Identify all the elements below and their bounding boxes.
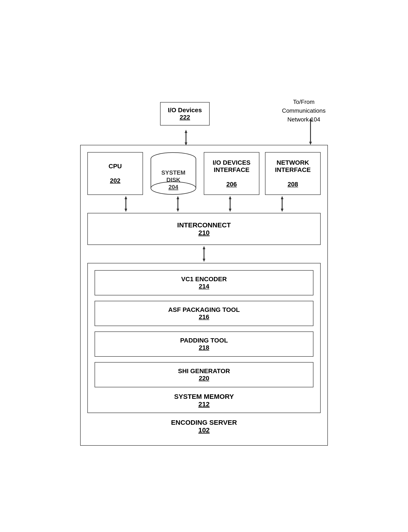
- network-arrow-svg: [308, 118, 313, 145]
- diagram-container: I/O Devices 222 To/FromCommunicationsNet…: [69, 95, 339, 446]
- components-row: CPU 202 SYSTEM DISK 20: [87, 152, 321, 195]
- system-memory-text: SYSTEM MEMORY: [174, 393, 234, 400]
- system-memory-number: 212: [198, 401, 210, 408]
- vc1-encoder-box: VC1 ENCODER 214: [94, 270, 314, 295]
- asf-packaging-tool-box: ASF PACKAGING TOOL 216: [94, 301, 314, 326]
- shi-generator-number: 220: [199, 375, 209, 382]
- asf-packaging-label: ASF PACKAGING TOOL: [168, 306, 240, 313]
- svg-marker-11: [177, 196, 179, 199]
- net-interface-arrow-svg: [280, 196, 285, 212]
- io-devices-arrow: [183, 130, 189, 146]
- tofrom-label: To/FromCommunicationsNetwork 104: [282, 97, 326, 124]
- network-interface-number: 208: [288, 181, 298, 188]
- arrow-shaft: [186, 133, 187, 142]
- system-disk-box: SYSTEM DISK 204: [149, 152, 198, 195]
- io-interface-arrow-svg: [227, 196, 233, 212]
- svg-marker-22: [203, 259, 205, 262]
- encoding-server-number: 102: [198, 426, 210, 434]
- io-devices-box: I/O Devices 222: [160, 102, 210, 125]
- interconnect-box: INTERCONNECT 210: [87, 213, 321, 245]
- network-tofrom-arrow: [308, 118, 313, 145]
- disk-arrow-svg: [175, 196, 181, 212]
- svg-text:204: 204: [169, 184, 178, 190]
- encoding-server-label: ENCODING SERVER 102: [87, 419, 321, 434]
- svg-rect-9: [125, 199, 126, 209]
- svg-text:SYSTEM: SYSTEM: [162, 169, 186, 176]
- cpu-label: CPU: [109, 163, 122, 170]
- padding-tool-box: PADDING TOOL 218: [94, 331, 314, 357]
- component-arrows-row: [87, 195, 321, 213]
- top-section: I/O Devices 222 To/FromCommunicationsNet…: [80, 95, 328, 145]
- cpu-number: 202: [110, 177, 120, 184]
- svg-marker-19: [281, 209, 283, 212]
- arrow-up-net: [309, 118, 312, 121]
- arrow-up: [185, 130, 187, 133]
- svg-rect-15: [230, 199, 230, 209]
- io-devices-interface-label: I/O DEVICESINTERFACE: [212, 159, 250, 174]
- svg-marker-14: [229, 196, 231, 199]
- system-memory-outer: VC1 ENCODER 214 ASF PACKAGING TOOL 216 P…: [87, 263, 321, 413]
- system-memory-label: SYSTEM MEMORY 212: [94, 393, 314, 408]
- io-devices-label: I/O Devices: [168, 107, 202, 113]
- interconnect-number: 210: [198, 229, 210, 236]
- svg-marker-8: [125, 196, 127, 199]
- padding-tool-label: PADDING TOOL: [180, 337, 228, 344]
- svg-marker-13: [177, 209, 179, 212]
- io-devices-number: 222: [180, 114, 190, 121]
- io-devices-interface-box: I/O DEVICESINTERFACE 206: [204, 152, 259, 195]
- io-devices-interface-number: 206: [226, 181, 237, 188]
- svg-rect-21: [204, 249, 204, 259]
- system-disk-svg: SYSTEM DISK 204: [149, 152, 198, 195]
- encoding-server-text: ENCODING SERVER: [171, 419, 237, 426]
- network-interface-label: NETWORKINTERFACE: [275, 159, 311, 174]
- cpu-arrow-svg: [123, 196, 128, 212]
- svg-rect-18: [282, 199, 283, 209]
- padding-tool-number: 218: [199, 344, 209, 351]
- interconnect-label: INTERCONNECT: [177, 221, 231, 229]
- svg-marker-17: [281, 196, 283, 199]
- svg-marker-16: [229, 209, 231, 212]
- svg-marker-20: [203, 246, 205, 249]
- encoding-server-box: CPU 202 SYSTEM DISK 20: [80, 145, 328, 446]
- svg-marker-10: [125, 209, 127, 212]
- shi-generator-box: SHI GENERATOR 220: [94, 362, 314, 387]
- middle-arrow-container: [87, 245, 321, 263]
- arrow-shaft-net: [310, 121, 311, 142]
- shi-generator-label: SHI GENERATOR: [178, 367, 230, 375]
- arrow-down-net: [309, 142, 312, 145]
- network-interface-box: NETWORKINTERFACE 208: [265, 152, 321, 195]
- middle-arrow-svg: [201, 246, 207, 262]
- asf-packaging-number: 216: [199, 314, 209, 320]
- cpu-box: CPU 202: [87, 152, 143, 195]
- svg-rect-12: [178, 199, 178, 209]
- vc1-encoder-label: VC1 ENCODER: [181, 276, 227, 283]
- vc1-encoder-number: 214: [199, 283, 209, 290]
- io-devices-arrow-svg: [183, 130, 189, 146]
- svg-text:DISK: DISK: [166, 176, 180, 183]
- page: I/O Devices 222 To/FromCommunicationsNet…: [0, 0, 408, 532]
